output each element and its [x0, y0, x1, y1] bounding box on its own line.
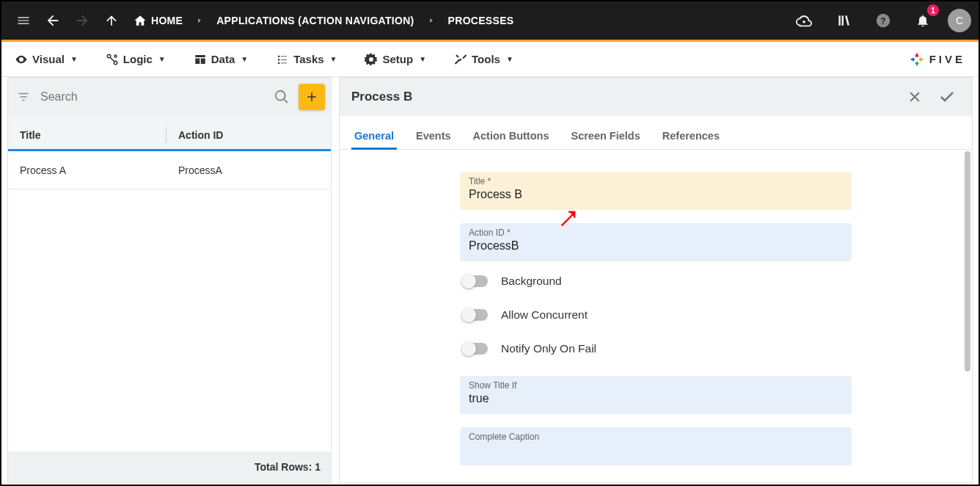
eye-icon: [15, 53, 28, 66]
menu-data[interactable]: Data▼: [194, 53, 248, 66]
detail-title: Process B: [351, 90, 412, 104]
menu-setup[interactable]: Setup▼: [365, 53, 426, 66]
search-icon[interactable]: [269, 89, 294, 105]
chevron-right-icon: [422, 17, 441, 24]
field-complete-caption[interactable]: Complete Caption: [460, 427, 852, 465]
detail-tabs: General Events Action Buttons Screen Fie…: [340, 116, 972, 150]
tools-icon: [454, 53, 467, 66]
list-item[interactable]: Process A ProcessA: [8, 151, 331, 189]
cloud-icon[interactable]: [789, 6, 819, 35]
menu-tasks[interactable]: Tasks▼: [276, 53, 337, 66]
breadcrumb-applications[interactable]: APPLICATIONS (ACTION NAVIGATION): [212, 15, 418, 26]
five-logo-icon: [909, 51, 925, 68]
close-button[interactable]: [902, 84, 928, 110]
forward-icon: [67, 6, 97, 35]
save-button[interactable]: [934, 84, 960, 110]
tab-general[interactable]: General: [351, 123, 397, 149]
logic-icon: [106, 53, 119, 66]
total-rows-label: Total Rows:: [255, 461, 312, 473]
total-rows-count: 1: [315, 461, 321, 473]
list-panel: Title Action ID Process A ProcessA Total…: [7, 77, 332, 483]
field-title-value: Process B: [469, 188, 843, 201]
list-rows: Process A ProcessA: [8, 151, 331, 451]
breadcrumb-home-label: HOME: [151, 15, 183, 26]
toggle-background-switch[interactable]: [463, 275, 488, 287]
toggle-notify-fail-switch[interactable]: [463, 343, 488, 355]
field-show-title-if[interactable]: Show Title If true: [460, 376, 852, 414]
svg-text:?: ?: [880, 16, 885, 26]
tab-screen-fields[interactable]: Screen Fields: [568, 123, 643, 149]
check-icon: [938, 88, 956, 106]
search-box: [37, 84, 265, 109]
breadcrumb-processes[interactable]: PROCESSES: [444, 15, 519, 26]
field-title[interactable]: Title * Process B: [460, 172, 852, 210]
toggle-background-label: Background: [501, 275, 562, 288]
notifications-badge: 1: [927, 4, 939, 16]
help-icon[interactable]: ?: [869, 6, 898, 35]
list-column-headers: Title Action ID: [8, 116, 331, 151]
svg-point-0: [802, 21, 805, 23]
search-input[interactable]: [37, 84, 265, 109]
breadcrumb: HOME APPLICATIONS (ACTION NAVIGATION) PR…: [129, 14, 518, 27]
toggle-allow-concurrent: Allow Concurrent: [463, 308, 852, 322]
brand-logo: FIVE: [909, 51, 965, 68]
back-icon[interactable]: [38, 6, 67, 35]
svg-point-5: [114, 55, 117, 57]
filter-icon[interactable]: [14, 90, 33, 104]
row-title: Process A: [8, 164, 167, 176]
hamburger-icon[interactable]: [9, 6, 38, 35]
tab-references[interactable]: References: [659, 123, 723, 149]
up-icon[interactable]: [97, 6, 126, 35]
field-complete-caption-label: Complete Caption: [469, 432, 843, 442]
gear-icon: [365, 53, 378, 66]
chevron-right-icon: [190, 17, 209, 24]
col-header-title[interactable]: Title: [8, 129, 166, 141]
field-action-id-value: ProcessB: [469, 239, 843, 253]
toggle-notify-fail: Notify Only On Fail: [463, 342, 852, 355]
avatar[interactable]: C: [948, 9, 971, 32]
top-bar: HOME APPLICATIONS (ACTION NAVIGATION) PR…: [1, 1, 979, 40]
toggle-allow-concurrent-switch[interactable]: [463, 309, 488, 321]
field-action-id-label: Action ID *: [469, 228, 843, 238]
field-action-id[interactable]: Action ID * ProcessB: [460, 223, 852, 261]
plus-icon: [304, 90, 319, 104]
tab-events[interactable]: Events: [413, 123, 454, 149]
field-title-label: Title *: [469, 176, 843, 186]
close-icon: [907, 90, 922, 104]
menu-tools[interactable]: Tools▼: [454, 53, 513, 66]
form-area: Title * Process B Action ID * ProcessB B…: [340, 150, 972, 482]
scrollbar[interactable]: [965, 151, 970, 371]
field-show-title-if-label: Show Title If: [469, 380, 843, 391]
toggle-background: Background: [463, 275, 852, 288]
menu-logic[interactable]: Logic▼: [106, 53, 166, 66]
tab-action-buttons[interactable]: Action Buttons: [470, 123, 552, 149]
tasks-icon: [276, 53, 289, 66]
toggle-allow-concurrent-label: Allow Concurrent: [501, 308, 588, 322]
list-footer: Total Rows: 1: [8, 451, 331, 482]
breadcrumb-home[interactable]: HOME: [129, 14, 187, 27]
home-icon: [134, 14, 147, 27]
add-button[interactable]: [299, 84, 325, 110]
row-action-id: ProcessA: [167, 164, 331, 176]
notifications-icon[interactable]: 1: [908, 6, 937, 35]
col-header-action-id[interactable]: Action ID: [167, 129, 331, 141]
menu-visual[interactable]: Visual▼: [15, 53, 78, 66]
field-show-title-if-value: true: [469, 392, 843, 405]
table-icon: [194, 53, 207, 66]
menu-bar: Visual▼ Logic▼ Data▼ Tasks▼ Setup▼ Tools…: [1, 42, 979, 77]
toggle-notify-fail-label: Notify Only On Fail: [501, 342, 596, 355]
detail-panel: Process B General Events Action Buttons …: [339, 77, 973, 483]
library-icon[interactable]: [829, 6, 858, 35]
